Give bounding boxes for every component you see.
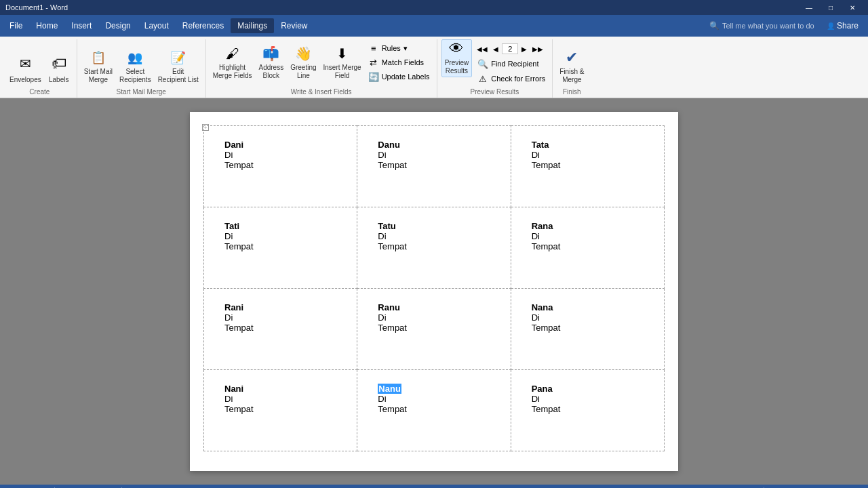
label-name: Dani [224, 140, 350, 150]
edit-recipient-list-icon: 📝 [167, 49, 189, 66]
close-button[interactable]: ✕ [842, 1, 863, 14]
rules-label: Rules [382, 44, 401, 52]
label-line3: Tempat [532, 241, 657, 251]
envelopes-button[interactable]: ✉ Envelopes [7, 47, 44, 85]
label-line3: Tempat [224, 404, 350, 414]
nav-prev-button[interactable]: ◀ [491, 45, 500, 54]
nav-number-input[interactable] [502, 43, 518, 54]
label-line3: Tempat [378, 160, 503, 170]
label-line2: Di [378, 312, 503, 323]
update-labels-label: Update Labels [382, 73, 430, 81]
label-cell[interactable]: Tata Di Tempat [511, 126, 664, 207]
label-line3: Tempat [532, 323, 657, 333]
find-recipient-icon: 🔍 [477, 58, 488, 69]
find-recipient-label: Find Recipient [491, 60, 538, 68]
start-mail-merge-button[interactable]: 📋 Start Mail Merge [81, 47, 115, 85]
label-cell[interactable]: Nani Di Tempat [204, 370, 357, 451]
find-recipient-button[interactable]: 🔍 Find Recipient [475, 57, 548, 70]
nav-last-button[interactable]: ▶▶ [530, 45, 545, 54]
label-line3: Tempat [224, 160, 350, 170]
label-name: Ranu [378, 302, 503, 312]
update-labels-button[interactable]: 🔄 Update Labels [366, 70, 433, 83]
label-cell selected-cell[interactable]: Nanu Di Tempat [357, 370, 511, 451]
label-cell[interactable]: Tati Di Tempat [204, 207, 357, 289]
greeting-line-button[interactable]: 👋 Greeting Line [288, 43, 319, 81]
rules-arrow: ▾ [403, 44, 408, 53]
label-cell[interactable]: Nana Di Tempat [511, 289, 664, 370]
label-cell[interactable]: Ranu Di Tempat A+ A- ☰ [357, 289, 511, 370]
finish-merge-label: Finish & Merge [559, 68, 584, 84]
address-block-button[interactable]: 📫 Address Block [256, 43, 286, 81]
write-insert-group-label: Write & Insert Fields [210, 87, 433, 98]
window-controls: — □ ✕ [799, 1, 863, 14]
label-line2: Di [224, 150, 350, 160]
nav-next-button[interactable]: ▶ [519, 45, 529, 54]
menu-layout[interactable]: Layout [138, 18, 176, 33]
menu-mailings[interactable]: Mailings [231, 18, 274, 33]
create-group-label: Create [7, 87, 73, 98]
menu-file[interactable]: File [3, 18, 29, 33]
label-name: Pana [532, 384, 657, 394]
labels-button[interactable]: 🏷 Labels [45, 47, 73, 85]
label-line2: Di [224, 231, 350, 241]
rules-button[interactable]: ≡ Rules ▾ [366, 41, 433, 55]
nav-first-button[interactable]: ◀◀ [475, 45, 490, 54]
label-line2: Di [532, 150, 657, 160]
label-line3: Tempat [532, 160, 657, 170]
check-for-errors-icon: ⚠ [477, 73, 488, 84]
ribbon: ✉ Envelopes 🏷 Labels Create 📋 Start Mail… [0, 37, 868, 98]
ribbon-group-preview-results: 👁 Preview Results ◀◀ ◀ ▶ ▶▶ 🔍 Find Recip… [437, 39, 553, 98]
preview-results-button[interactable]: 👁 Preview Results [441, 39, 473, 77]
minimize-button[interactable]: — [799, 1, 819, 14]
edit-recipient-list-button[interactable]: 📝 Edit Recipient List [155, 47, 201, 85]
maximize-button[interactable]: □ [821, 1, 841, 14]
select-recipients-button[interactable]: 👥 Select Recipients [117, 47, 154, 85]
label-cell[interactable]: Rana Di Tempat [511, 207, 664, 289]
menu-insert[interactable]: Insert [64, 18, 98, 33]
address-block-label: Address Block [258, 64, 283, 80]
menu-design[interactable]: Design [98, 18, 137, 33]
rules-icon: ≡ [368, 43, 379, 54]
label-cell[interactable]: Pana Di Tempat [511, 370, 664, 451]
ribbon-group-write-insert: 🖌 Highlight Merge Fields 📫 Address Block… [206, 39, 437, 98]
finish-merge-button[interactable]: ✔ Finish & Merge [557, 47, 587, 85]
check-for-errors-label: Check for Errors [491, 75, 545, 83]
status-bar: Page 1 of 1 1 of 36 words ✓ English (Uni… [0, 485, 868, 488]
share-button[interactable]: 👤 Share [820, 18, 865, 33]
label-cell[interactable]: Danu Di Tempat [357, 126, 511, 207]
label-line3: Tempat [224, 241, 350, 251]
label-cell[interactable]: Dani Di Tempat [204, 126, 357, 207]
label-line3: Tempat [378, 404, 503, 414]
labels-icon: 🏷 [48, 53, 70, 75]
table-row: Tati Di Tempat Tatu Di Tempat Rana Di Te… [204, 207, 665, 289]
match-fields-button[interactable]: ⇄ Match Fields [366, 56, 433, 69]
preview-results-icon: 👁 [446, 40, 467, 58]
menu-review[interactable]: Review [274, 18, 314, 33]
label-line3: Tempat [378, 323, 503, 333]
match-fields-icon: ⇄ [368, 57, 379, 68]
menu-references[interactable]: References [176, 18, 231, 33]
tell-me-text: Tell me what you want to do [722, 22, 814, 30]
labels-table: Dani Di Tempat Danu Di Tempat Tata Di Te… [203, 125, 665, 451]
check-for-errors-button[interactable]: ⚠ Check for Errors [475, 72, 548, 85]
highlight-merge-fields-button[interactable]: 🖌 Highlight Merge Fields [210, 43, 255, 81]
match-fields-label: Match Fields [382, 58, 424, 66]
insert-merge-field-label: Insert Merge Field [323, 64, 361, 80]
preview-results-group-label: Preview Results [441, 87, 549, 98]
label-name: Rani [224, 302, 350, 312]
label-name: Nanu [378, 384, 503, 394]
select-recipients-icon: 👥 [124, 49, 146, 66]
label-name: Nana [532, 302, 657, 312]
label-name: Tati [224, 221, 350, 231]
menu-home[interactable]: Home [29, 18, 64, 33]
label-cell[interactable]: Rani Di Tempat [204, 289, 357, 370]
label-line2: Di [224, 394, 350, 404]
select-recipients-label: Select Recipients [119, 68, 151, 84]
table-row: Nani Di Tempat Nanu Di Tempat Pana Di Te… [204, 370, 665, 451]
label-cell[interactable]: Tatu Di Tempat [357, 207, 511, 289]
highlight-merge-fields-icon: 🖌 [222, 45, 243, 62]
label-line2: Di [224, 312, 350, 323]
label-line3: Tempat [224, 323, 350, 333]
insert-merge-field-button[interactable]: ⬇ Insert Merge Field [321, 43, 364, 81]
ribbon-group-finish: ✔ Finish & Merge Finish [553, 39, 591, 98]
